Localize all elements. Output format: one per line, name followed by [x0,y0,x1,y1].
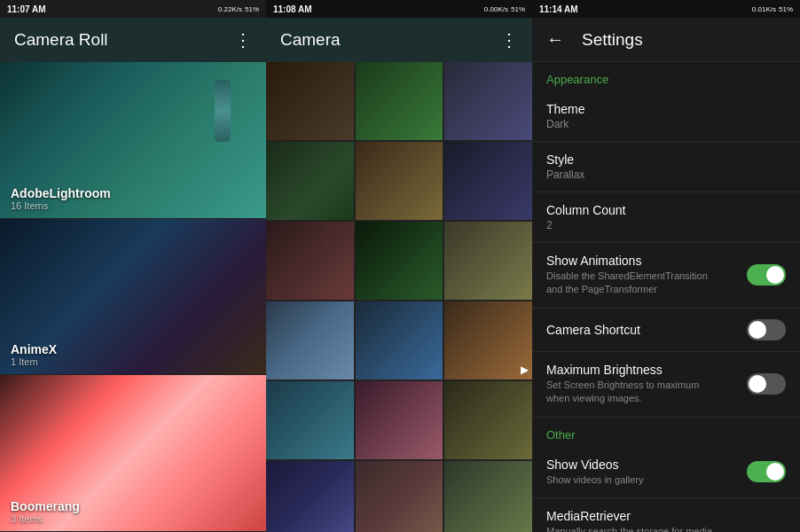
battery-panel2: 51% [511,5,525,13]
album-info-3: Boomerang 3 Items [11,499,80,524]
album-name-1: AdobeLightroom [11,186,111,200]
toggle-thumb-3 [749,375,766,393]
photo-cell-13[interactable] [266,381,354,459]
time-panel1: 11:07 AM [7,4,46,14]
status-icons-panel1: 0.22K/s 51% [218,5,259,13]
setting-column-count[interactable]: Column Count 2 [532,192,800,243]
album-item-adobelightroom[interactable]: AdobeLightroom 16 Items [0,62,266,219]
show-animations-label: Show Animations [546,254,747,268]
photo-cell-15[interactable] [444,381,532,459]
settings-list: Appearance Theme Dark Style Parallax Col… [532,62,800,532]
photo-cell-2[interactable] [356,62,443,140]
setting-max-brightness: Maximum Brightness Set Screen Brightness… [532,352,800,418]
album-info-2: AnimeX 1 Item [11,342,57,367]
time-panel3: 11:14 AM [539,4,578,14]
toggle-thumb [766,266,784,284]
status-icons-panel2: 0.00K/s 51% [484,5,525,13]
toggle-thumb-4 [766,463,784,481]
album-list: AdobeLightroom 16 Items AnimeX 1 Item Bo… [0,62,266,532]
album-info-1: AdobeLightroom 16 Items [11,186,111,211]
signal-panel2: 0.00K/s [484,5,508,13]
photo-cell-18[interactable] [444,461,532,532]
video-badge-icon: ▶ [521,364,529,376]
setting-show-videos: Show Videos Show videos in gallery [532,447,800,498]
signal-panel1: 0.22K/s [218,5,242,13]
photo-cell-3[interactable] [444,62,532,140]
style-label: Style [546,153,786,167]
show-animations-toggle[interactable] [747,264,786,286]
photo-cell-7[interactable] [266,222,354,300]
show-videos-desc: Show videos in gallery [546,473,724,487]
status-bar-panel2: 11:08 AM 0.00K/s 51% [266,0,532,18]
battery-panel3: 51% [779,5,793,13]
status-icons-panel3: 0.01K/s 51% [752,5,793,13]
setting-show-animations: Show Animations Disable the SharedElemen… [532,243,800,309]
camera-roll-header: Camera Roll ⋮ [0,18,266,62]
max-brightness-label: Maximum Brightness [546,363,747,377]
time-panel2: 11:08 AM [273,4,312,14]
photo-cell-16[interactable] [266,461,354,532]
photo-cell-5[interactable] [356,142,443,220]
album-count-2: 1 Item [11,356,57,367]
photo-cell-10[interactable] [266,301,354,379]
camera-roll-panel: 11:07 AM 0.22K/s 51% Camera Roll ⋮ Adobe… [0,0,266,532]
camera-shortcut-label: Camera Shortcut [546,323,747,337]
show-videos-label: Show Videos [546,458,747,472]
more-options-icon-2[interactable]: ⋮ [500,29,518,51]
camera-roll-title: Camera Roll [14,30,108,50]
setting-style[interactable]: Style Parallax [532,142,800,192]
photo-cell-11[interactable] [356,301,443,379]
album-name-2: AnimeX [11,342,57,356]
settings-title: Settings [582,30,643,50]
album-name-3: Boomerang [11,499,80,513]
photo-grid-panel: 11:08 AM 0.00K/s 51% Camera ⋮ ▶ [266,0,532,532]
media-retriever-label: MediaRetriever [546,509,747,523]
back-icon[interactable]: ← [546,29,564,50]
settings-header: ← Settings [532,18,800,62]
photo-cell-17[interactable] [356,461,443,532]
album-item-boomerang[interactable]: Boomerang 3 Items [0,375,266,532]
album-item-animex[interactable]: AnimeX 1 Item [0,219,266,376]
media-retriever-desc: Manually search the storage for media in… [546,525,724,532]
status-bar-panel3: 11:14 AM 0.01K/s 51% [532,0,800,18]
more-options-icon[interactable]: ⋮ [234,29,252,51]
setting-media-retriever: MediaRetriever Manually search the stora… [532,498,800,532]
photo-grid-title: Camera [280,30,341,50]
album-count-3: 3 Items [11,513,80,524]
battery-panel1: 51% [245,5,259,13]
photo-grid: ▶ [266,62,532,532]
show-videos-toggle[interactable] [747,461,786,482]
photo-cell-6[interactable] [444,142,532,220]
photo-cell-1[interactable] [266,62,354,140]
style-value: Parallax [546,168,786,181]
setting-theme[interactable]: Theme Dark [532,91,800,142]
photo-cell-9[interactable] [444,222,532,300]
photo-cell-4[interactable] [266,142,354,220]
appearance-section-header: Appearance [532,62,800,91]
theme-label: Theme [546,102,786,116]
column-count-label: Column Count [546,203,786,217]
signal-panel3: 0.01K/s [752,5,776,13]
photo-grid-header: Camera ⋮ [266,18,532,62]
camera-shortcut-toggle[interactable] [747,319,786,340]
max-brightness-toggle[interactable] [747,373,786,395]
settings-panel: 11:14 AM 0.01K/s 51% ← Settings Appearan… [532,0,800,532]
show-animations-desc: Disable the SharedElementTransition and … [546,270,724,297]
theme-value: Dark [546,118,786,130]
toggle-thumb-2 [749,321,766,339]
column-count-value: 2 [546,219,786,231]
photo-cell-8[interactable] [356,222,443,300]
photo-cell-14[interactable] [356,381,443,459]
album-count-1: 16 Items [11,200,111,211]
status-bar-panel1: 11:07 AM 0.22K/s 51% [0,0,266,18]
setting-camera-shortcut: Camera Shortcut [532,309,800,352]
other-section-header: Other [532,418,800,447]
photo-cell-12[interactable]: ▶ [444,301,532,379]
max-brightness-desc: Set Screen Brightness to maximum when vi… [546,379,724,406]
